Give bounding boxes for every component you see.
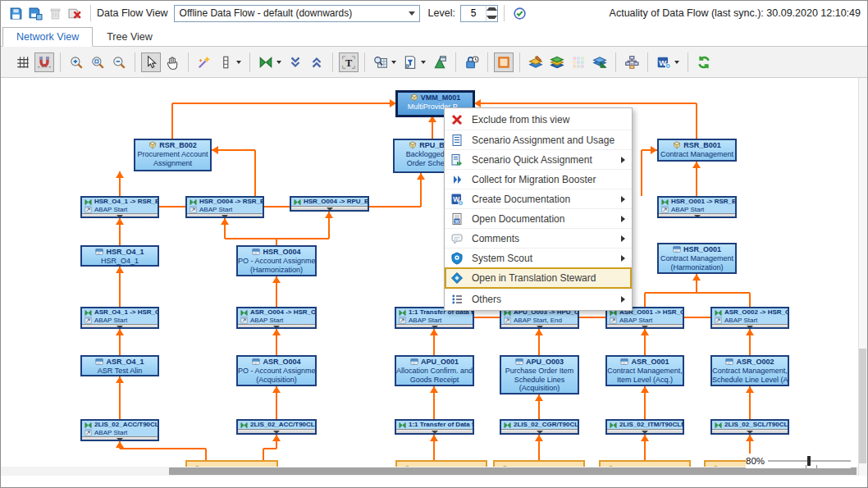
layers-image-button[interactable]: [590, 52, 610, 72]
collapse-bar[interactable]: [187, 213, 263, 218]
level-down-button[interactable]: [487, 13, 497, 21]
zoom-slider-handle[interactable]: [807, 456, 811, 466]
word-export-button[interactable]: W: [654, 52, 682, 72]
menu-item-comments[interactable]: Comments: [445, 228, 632, 248]
subicon: [610, 317, 617, 324]
level-stepper[interactable]: 5: [460, 5, 498, 22]
subicon: [190, 206, 197, 213]
search-table-button[interactable]: [371, 52, 399, 72]
separator: [364, 52, 365, 72]
layers-stack-button[interactable]: [547, 52, 567, 72]
hierarchy-button[interactable]: [622, 52, 642, 72]
cube: [673, 141, 681, 149]
collapse-bar[interactable]: [659, 213, 735, 218]
clock-check-icon[interactable]: [511, 4, 529, 22]
infoprovider-node-asr_o002[interactable]: ASR_O002Contract Management,Schedule Lin…: [710, 355, 789, 386]
collapse-bar[interactable]: [501, 429, 578, 435]
zoom-slider[interactable]: [768, 460, 851, 462]
collapse-all-button[interactable]: [286, 52, 305, 72]
merge-bowtie-button[interactable]: [256, 52, 284, 72]
collapse-bar[interactable]: [607, 324, 683, 329]
collapse-bar[interactable]: [238, 324, 315, 329]
menu-item-collect-for-migration-booster[interactable]: Collect for Migration Booster: [445, 169, 632, 189]
menu-item-scenario-assignment-and-usage[interactable]: Scenario Assignment and Usage: [445, 130, 632, 149]
level-up-button[interactable]: [487, 6, 497, 14]
transformation-node[interactable]: HSR_O004 -> RPU_B010: [290, 196, 369, 212]
save-as-button[interactable]: [26, 4, 44, 22]
infoprovider-node-rsr_b001[interactable]: RSR_B001Contract Management: [657, 139, 737, 162]
grid-button[interactable]: [13, 52, 33, 72]
chart-export-button[interactable]: [430, 52, 450, 72]
transformation-node[interactable]: HSR_O001 -> RSR_B001ABAP Start: [657, 196, 737, 218]
lock-clock-button[interactable]: [462, 52, 482, 72]
menu-item-system-scout[interactable]: System Scout: [445, 248, 632, 267]
magic-wand-button[interactable]: [194, 52, 214, 72]
menu-item-scenario-quick-assignment[interactable]: Scenario Quick Assignment: [445, 149, 632, 169]
vertical-scrollbar-thumb[interactable]: [859, 349, 866, 463]
zoom-fit-button[interactable]: [88, 52, 107, 72]
pan-hand-button[interactable]: [162, 52, 182, 72]
infoprovider-node-hsr_o4_1[interactable]: HSR_O4_1HSR_O4_1: [80, 245, 159, 267]
discard-button[interactable]: [66, 4, 84, 22]
menu-item-open-in-translation-steward[interactable]: Open in Translation Steward: [445, 267, 632, 289]
diagram-canvas[interactable]: 80% Exclude from this viewScenario Assig…: [1, 78, 867, 487]
tab-tree-view[interactable]: Tree View: [93, 26, 167, 46]
grid-colors-button[interactable]: [569, 52, 588, 72]
transformation-node[interactable]: 2LIS_02_ACC/T90CLNT090 ->...ABAP Start: [80, 419, 159, 441]
flow-edge: [645, 292, 750, 294]
save-button[interactable]: [7, 4, 25, 22]
transformation-node[interactable]: ASR_O4_1 -> HSR_O4_1ABAP Start: [80, 307, 159, 329]
infoprovider-node-apu_o001[interactable]: APU_O001Allocation Confirm. andGoods Rec…: [395, 355, 474, 386]
collapse-bar[interactable]: [82, 324, 158, 329]
vertical-scrollbar[interactable]: [858, 78, 867, 476]
collapse-bar[interactable]: [396, 324, 473, 329]
transformation-node[interactable]: HSR_O004 -> RSR_B002ABAP Start: [185, 196, 264, 218]
combo-dropdown-button[interactable]: [405, 6, 419, 21]
transformation-node[interactable]: 2LIS_02_SCL/T90CLNT090 ->...: [710, 419, 789, 435]
transformation-node[interactable]: HSR_O4_1 -> RSR_B002ABAP Start: [80, 196, 159, 218]
column-layout-button[interactable]: [216, 52, 244, 72]
infoprovider-node-rsr_b002[interactable]: RSR_B002Procurement AccountAssignment: [134, 139, 212, 171]
collapse-bar[interactable]: [238, 429, 315, 435]
collapse-bar[interactable]: [396, 429, 473, 435]
zoom-in-button[interactable]: [66, 52, 86, 72]
collapse-bar[interactable]: [82, 436, 158, 441]
magnet-snap-button[interactable]: [34, 52, 54, 72]
tab-network-view[interactable]: Network View: [2, 27, 93, 47]
menu-item-open-documentation[interactable]: WOpen Documentation: [445, 208, 632, 228]
infoprovider-node-asr_o004[interactable]: ASR_O004PO - Account Assignment(Acquisit…: [236, 355, 317, 386]
filter-doc-button[interactable]: [400, 52, 428, 72]
menu-item-create-documentation[interactable]: WCreate Documentation: [445, 189, 632, 208]
layers-stack-icon: [550, 55, 564, 70]
horizontal-scrollbar[interactable]: [1, 467, 858, 476]
transformation-node[interactable]: 2LIS_02_ACC/T90CLNT090 ->...: [236, 419, 317, 435]
orange-frame-button[interactable]: [494, 52, 514, 72]
transformation-node[interactable]: 2LIS_02_CGR/T90CLNT090 ->...: [500, 419, 579, 435]
horizontal-scrollbar-thumb[interactable]: [169, 467, 857, 475]
expand-all-button[interactable]: [307, 52, 327, 72]
text-label-button[interactable]: T: [339, 52, 359, 72]
transformation-node[interactable]: ASR_O004 -> HSR_O004ABAP Start: [236, 307, 317, 329]
collapse-bar[interactable]: [82, 213, 158, 218]
collapse-bar[interactable]: [712, 324, 788, 329]
select-cursor-button[interactable]: [141, 52, 161, 72]
infoprovider-node-apu_o003[interactable]: APU_O003Purchase Order ItemSchedule Line…: [500, 355, 579, 395]
infoprovider-node-asr_o4_1[interactable]: ASR_O4_1ASR Test Alin: [80, 355, 159, 376]
infoprovider-node-hsr_o004[interactable]: HSR_O004PO - Account Assignment(Harmoniz…: [236, 245, 317, 276]
zoom-out-button[interactable]: [109, 52, 129, 72]
menu-item-others[interactable]: Others: [445, 289, 632, 308]
data-flow-view-select[interactable]: Offline Data Flow - default (downwards): [174, 5, 420, 22]
chevron-up-icon: [487, 7, 497, 11]
collapse-bar[interactable]: [607, 429, 683, 435]
transformation-node[interactable]: 1:1 Transfer of Data from 2LIS...: [395, 419, 474, 435]
transformation-node[interactable]: 2LIS_02_ITM/T90CLNT090 ->...: [605, 419, 684, 435]
collapse-bar[interactable]: [291, 206, 368, 212]
collapse-bar[interactable]: [501, 324, 578, 329]
transformation-node[interactable]: ASR_O002 -> HSR_O001ABAP Start: [710, 307, 789, 329]
menu-item-exclude-from-this-view[interactable]: Exclude from this view: [445, 110, 632, 130]
layers-edit-button[interactable]: [526, 52, 546, 72]
infoprovider-node-hsr_o001[interactable]: HSR_O001Contract Management(Harmonizatio…: [657, 243, 737, 274]
refresh-button[interactable]: [694, 52, 714, 72]
collapse-bar[interactable]: [712, 429, 788, 435]
infoprovider-node-asr_o001[interactable]: ASR_O001Contract Management,Item Level (…: [605, 355, 684, 386]
